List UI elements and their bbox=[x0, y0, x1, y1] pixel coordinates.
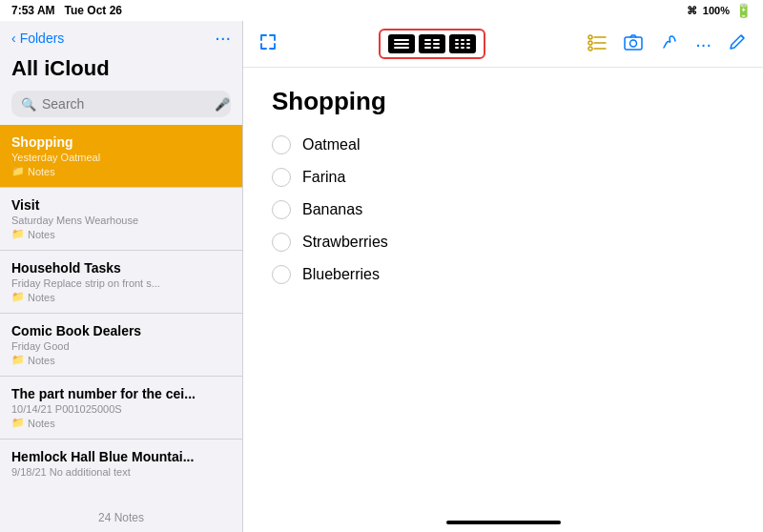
checklist-label: Blueberries bbox=[302, 266, 380, 283]
checklist-label: Strawberries bbox=[302, 234, 388, 251]
svg-point-2 bbox=[588, 41, 592, 45]
compose-icon[interactable] bbox=[727, 31, 748, 57]
microphone-icon[interactable]: 🎤 bbox=[215, 97, 230, 112]
folder-name: Notes bbox=[28, 229, 55, 240]
search-input[interactable] bbox=[42, 96, 209, 112]
folder-name: Notes bbox=[28, 292, 55, 303]
more-options-icon[interactable]: ··· bbox=[695, 33, 711, 55]
folder-icon: 📁 bbox=[11, 291, 25, 303]
checklist-icon[interactable] bbox=[587, 31, 608, 57]
camera-icon[interactable] bbox=[623, 31, 644, 57]
checkbox-bananas[interactable] bbox=[272, 200, 291, 219]
notes-list: Shopping Yesterday Oatmeal 📁 Notes Visit… bbox=[0, 125, 242, 503]
sidebar-header: ‹ Folders ··· bbox=[0, 21, 242, 52]
checklist-item-strawberries: Strawberries bbox=[272, 233, 734, 252]
folder-icon: 📁 bbox=[11, 417, 25, 429]
folder-name: Notes bbox=[28, 355, 55, 366]
note-folder: 📁 Notes bbox=[11, 417, 231, 429]
folder-icon: 📁 bbox=[11, 354, 25, 366]
view-single-button[interactable] bbox=[388, 34, 415, 53]
note-item-shopping[interactable]: Shopping Yesterday Oatmeal 📁 Notes bbox=[0, 125, 242, 188]
notes-count: 24 Notes bbox=[0, 503, 242, 532]
note-heading: Shopping bbox=[272, 87, 734, 116]
note-meta: Friday Good bbox=[11, 340, 231, 352]
back-label[interactable]: Folders bbox=[20, 31, 65, 46]
status-left: 7:53 AM Tue Oct 26 bbox=[11, 4, 122, 17]
note-item-hemlock[interactable]: Hemlock Hall Blue Mountai... 9/18/21 No … bbox=[0, 440, 242, 489]
note-item-visit[interactable]: Visit Saturday Mens Wearhouse 📁 Notes bbox=[0, 188, 242, 251]
note-folder: 📁 Notes bbox=[11, 165, 231, 177]
note-title: Hemlock Hall Blue Mountai... bbox=[11, 449, 231, 464]
checklist-label: Farina bbox=[302, 169, 345, 186]
note-title: Comic Book Dealers bbox=[11, 323, 231, 338]
checkbox-blueberries[interactable] bbox=[272, 265, 291, 284]
note-content: Shopping Oatmeal Farina Bananas Strawber… bbox=[243, 68, 763, 513]
battery-display: 100% bbox=[703, 5, 730, 16]
checkbox-strawberries[interactable] bbox=[272, 233, 291, 252]
content-toolbar: ··· bbox=[243, 21, 763, 68]
view-double-button[interactable] bbox=[419, 34, 445, 53]
note-meta: Friday Replace strip on front s... bbox=[11, 277, 231, 289]
view-switcher bbox=[379, 29, 485, 59]
note-meta: 10/14/21 P001025000S bbox=[11, 403, 231, 415]
back-chevron-icon: ‹ bbox=[11, 31, 16, 46]
svg-point-7 bbox=[630, 40, 637, 47]
checklist-item-oatmeal: Oatmeal bbox=[272, 135, 734, 154]
note-meta: Saturday Mens Wearhouse bbox=[11, 215, 231, 226]
note-title: Household Tasks bbox=[11, 260, 231, 276]
date-display: Tue Oct 26 bbox=[65, 4, 122, 17]
search-icon: 🔍 bbox=[21, 97, 36, 112]
note-meta: Yesterday Oatmeal bbox=[11, 152, 231, 163]
note-meta: 9/18/21 No additional text bbox=[11, 466, 231, 478]
checklist-item-bananas: Bananas bbox=[272, 200, 734, 219]
note-item-partnumber[interactable]: The part number for the cei... 10/14/21 … bbox=[0, 377, 242, 440]
svg-rect-6 bbox=[625, 37, 642, 50]
expand-icon[interactable] bbox=[258, 32, 278, 55]
wifi-icon: ⌘ bbox=[687, 5, 697, 17]
folder-icon: 📁 bbox=[11, 228, 25, 240]
note-title: Shopping bbox=[11, 134, 231, 150]
checklist-label: Bananas bbox=[302, 201, 362, 218]
battery-icon: 🔋 bbox=[735, 3, 752, 18]
search-bar[interactable]: 🔍 🎤 bbox=[11, 91, 231, 117]
checklist-label: Oatmeal bbox=[302, 136, 360, 153]
checklist-item-blueberries: Blueberries bbox=[272, 265, 734, 284]
main-layout: ‹ Folders ··· All iCloud 🔍 🎤 Shopping Ye… bbox=[0, 21, 763, 532]
back-button[interactable]: ‹ Folders ··· bbox=[11, 27, 231, 49]
svg-point-4 bbox=[588, 47, 592, 51]
view-triple-button[interactable] bbox=[449, 34, 476, 53]
folder-name: Notes bbox=[28, 166, 55, 177]
sidebar-title: All iCloud bbox=[0, 52, 242, 87]
more-icon[interactable]: ··· bbox=[215, 27, 231, 49]
toolbar-right: ··· bbox=[587, 31, 748, 57]
sidebar: ‹ Folders ··· All iCloud 🔍 🎤 Shopping Ye… bbox=[0, 21, 243, 532]
svg-point-0 bbox=[588, 35, 592, 39]
checkbox-oatmeal[interactable] bbox=[272, 135, 291, 154]
note-folder: 📁 Notes bbox=[11, 354, 231, 366]
note-title: The part number for the cei... bbox=[11, 386, 231, 401]
folder-name: Notes bbox=[28, 418, 55, 429]
note-title: Visit bbox=[11, 197, 231, 213]
checklist-item-farina: Farina bbox=[272, 168, 734, 187]
bottom-bar bbox=[446, 521, 561, 524]
content-area: ··· Shopping Oatmeal Farina bbox=[243, 21, 763, 532]
checkbox-farina[interactable] bbox=[272, 168, 291, 187]
toolbar-left bbox=[258, 32, 278, 55]
status-right: ⌘ 100% 🔋 bbox=[687, 3, 752, 18]
note-folder: 📁 Notes bbox=[11, 291, 231, 303]
time-display: 7:53 AM bbox=[11, 4, 55, 17]
markup-icon[interactable] bbox=[659, 31, 680, 57]
note-item-comic[interactable]: Comic Book Dealers Friday Good 📁 Notes bbox=[0, 314, 242, 377]
folder-icon: 📁 bbox=[11, 165, 25, 177]
note-item-household[interactable]: Household Tasks Friday Replace strip on … bbox=[0, 251, 242, 314]
note-folder: 📁 Notes bbox=[11, 228, 231, 240]
status-bar: 7:53 AM Tue Oct 26 ⌘ 100% 🔋 bbox=[0, 0, 763, 21]
